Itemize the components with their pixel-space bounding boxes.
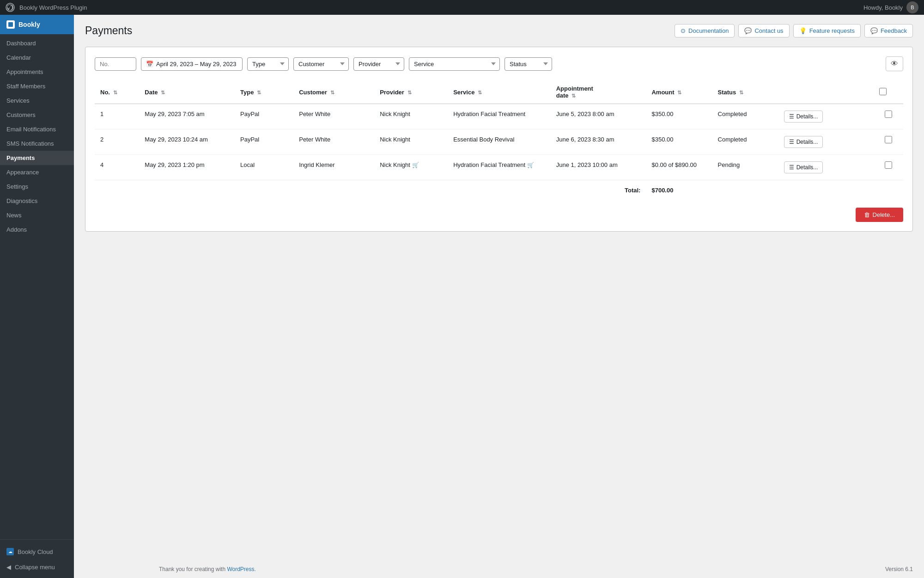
contact-us-button[interactable]: 💬 Contact us	[738, 24, 789, 37]
sort-icon-customer: ⇅	[330, 90, 334, 95]
provider-filter-select[interactable]: Provider Nick Knight	[353, 57, 404, 71]
sidebar-item-diagnostics[interactable]: Diagnostics	[0, 194, 74, 208]
header-actions: ⊙ Documentation 💬 Contact us 💡 Feature r…	[675, 24, 913, 37]
cell-checkbox	[874, 129, 903, 155]
details-button-row4[interactable]: ☰ Details...	[784, 161, 823, 173]
cell-amount: $350.00	[646, 129, 712, 155]
col-header-status: Status ⇅	[712, 80, 778, 104]
feature-requests-button[interactable]: 💡 Feature requests	[793, 24, 861, 37]
sort-icon-type: ⇅	[257, 90, 261, 95]
row-checkbox-1[interactable]	[885, 111, 892, 118]
total-row: Total: $700.00	[95, 180, 903, 201]
wordpress-link[interactable]: WordPress	[227, 566, 254, 572]
details-button-row2[interactable]: ☰ Details...	[784, 136, 823, 148]
site-name: Bookly WordPress Plugin	[19, 4, 87, 11]
service-filter-select[interactable]: Service Hydration Facial Treatment Essen…	[409, 57, 500, 71]
status-filter-select[interactable]: Status Completed Pending Cancelled	[505, 57, 552, 71]
sidebar-brand[interactable]: Bookly	[0, 15, 74, 34]
row-checkbox-2[interactable]	[885, 136, 892, 143]
sidebar-item-settings[interactable]: Settings	[0, 179, 74, 194]
sidebar-item-appointments[interactable]: Appointments	[0, 65, 74, 79]
total-empty	[712, 180, 903, 201]
sidebar-footer: ☁ Bookly Cloud ◀ Collapse menu	[0, 539, 74, 578]
sort-icon-service: ⇅	[478, 90, 482, 95]
sort-icon-date: ⇅	[161, 90, 165, 95]
cell-date: May 29, 2023 7:05 am	[139, 104, 235, 129]
filter-row: 📅 April 29, 2023 – May 29, 2023 Type Pay…	[95, 56, 903, 71]
sidebar: Bookly Dashboard Calendar Appointments S…	[0, 15, 74, 578]
cell-type: PayPal	[235, 104, 293, 129]
sidebar-item-customers[interactable]: Customers	[0, 108, 74, 122]
sidebar-item-payments[interactable]: Payments	[0, 151, 74, 165]
table-row: 2 May 29, 2023 10:24 am PayPal Peter Whi…	[95, 129, 903, 155]
sort-icon-provider: ⇅	[407, 90, 412, 95]
select-all-checkbox[interactable]	[879, 88, 887, 95]
cell-checkbox	[874, 155, 903, 180]
documentation-icon: ⊙	[681, 27, 686, 34]
cell-provider: Nick Knight	[374, 104, 448, 129]
sidebar-collapse[interactable]: ◀ Collapse menu	[0, 560, 74, 574]
sidebar-item-dashboard[interactable]: Dashboard	[0, 36, 74, 50]
trash-icon: 🗑	[864, 211, 870, 218]
sidebar-item-appearance[interactable]: Appearance	[0, 165, 74, 179]
sidebar-item-news[interactable]: News	[0, 208, 74, 222]
col-header-date: Date ⇅	[139, 80, 235, 104]
cell-service: Essential Body Revival	[448, 129, 551, 155]
sidebar-item-staff-members[interactable]: Staff Members	[0, 79, 74, 93]
cell-no: 2	[95, 129, 139, 155]
sort-icon-status: ⇅	[739, 90, 743, 95]
cell-checkbox	[874, 104, 903, 129]
main-content: Payments ⊙ Documentation 💬 Contact us 💡 …	[74, 15, 924, 560]
no-filter-input[interactable]	[95, 57, 136, 71]
delete-button[interactable]: 🗑 Delete...	[856, 208, 903, 222]
col-header-appointment-date: Appointmentdate ⇅	[551, 80, 646, 104]
sidebar-item-addons[interactable]: Addons	[0, 222, 74, 237]
list-icon: ☰	[789, 139, 794, 145]
page-title: Payments	[85, 25, 132, 37]
customer-filter-select[interactable]: Customer Peter White Ingrid Klemer	[293, 57, 349, 71]
cart-icon-service: 🛒	[527, 162, 534, 168]
cell-customer: Peter White	[293, 104, 374, 129]
documentation-button[interactable]: ⊙ Documentation	[675, 24, 735, 37]
col-header-amount: Amount ⇅	[646, 80, 712, 104]
sidebar-cloud[interactable]: ☁ Bookly Cloud	[0, 543, 74, 560]
payments-card: 📅 April 29, 2023 – May 29, 2023 Type Pay…	[85, 47, 913, 232]
cell-customer: Ingrid Klemer	[293, 155, 374, 180]
col-header-customer: Customer ⇅	[293, 80, 374, 104]
cart-icon-provider: 🛒	[412, 162, 419, 168]
cell-date: May 29, 2023 1:20 pm	[139, 155, 235, 180]
sidebar-item-calendar[interactable]: Calendar	[0, 50, 74, 65]
cell-appointment-date: June 1, 2023 10:00 am	[551, 155, 646, 180]
payments-table: No. ⇅ Date ⇅ Type ⇅	[95, 80, 903, 200]
cell-status: Completed	[712, 129, 778, 155]
sidebar-item-services[interactable]: Services	[0, 93, 74, 108]
details-button-row1[interactable]: ☰ Details...	[784, 111, 823, 123]
cell-no: 4	[95, 155, 139, 180]
cell-type: PayPal	[235, 129, 293, 155]
adminbar-left: Bookly WordPress Plugin	[6, 3, 87, 12]
col-header-type: Type ⇅	[235, 80, 293, 104]
cloud-icon: ☁	[6, 548, 14, 555]
sort-icon-apptdate: ⇅	[571, 93, 576, 98]
row-checkbox-4[interactable]	[885, 161, 892, 169]
col-header-service: Service ⇅	[448, 80, 551, 104]
sidebar-item-email-notifications[interactable]: Email Notifications	[0, 122, 74, 136]
sidebar-nav: Dashboard Calendar Appointments Staff Me…	[0, 34, 74, 539]
type-filter-select[interactable]: Type PayPal Local	[247, 57, 289, 71]
cell-service: Hydration Facial Treatment	[448, 104, 551, 129]
wordpress-icon	[6, 3, 15, 12]
feedback-button[interactable]: 💬 Feedback	[864, 24, 913, 37]
sidebar-item-sms-notifications[interactable]: SMS Notifications	[0, 136, 74, 151]
list-icon: ☰	[789, 164, 794, 171]
eye-icon: 👁	[891, 60, 898, 68]
cell-status: Pending	[712, 155, 778, 180]
date-range-picker[interactable]: 📅 April 29, 2023 – May 29, 2023	[141, 57, 243, 71]
admin-bar: Bookly WordPress Plugin Howdy, Bookly B	[0, 0, 924, 15]
brand-label: Bookly	[18, 21, 40, 28]
cell-provider: Nick Knight	[374, 129, 448, 155]
table-row: 1 May 29, 2023 7:05 am PayPal Peter Whit…	[95, 104, 903, 129]
cell-appointment-date: June 6, 2023 8:30 am	[551, 129, 646, 155]
adminbar-right: Howdy, Bookly B	[863, 1, 918, 13]
cell-status: Completed	[712, 104, 778, 129]
visibility-toggle-button[interactable]: 👁	[886, 56, 903, 71]
